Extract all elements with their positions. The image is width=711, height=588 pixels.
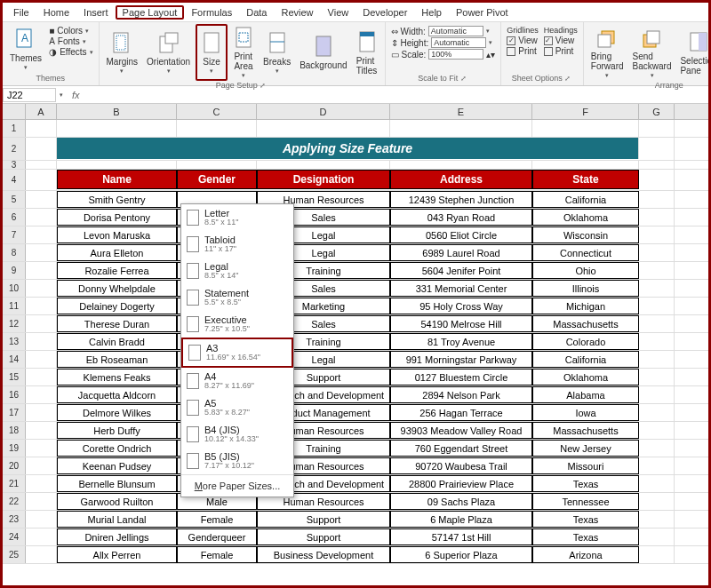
row-header[interactable]: 15 bbox=[3, 369, 26, 385]
size-option-b4-jis-[interactable]: B4 (JIS)10.12" x 14.33" bbox=[181, 421, 293, 448]
cell-name[interactable]: Delmore Wilkes bbox=[57, 404, 177, 421]
header-name[interactable]: Name bbox=[57, 170, 177, 189]
row-header[interactable]: 22 bbox=[3, 493, 26, 510]
select-all-corner[interactable] bbox=[3, 104, 26, 119]
row-header[interactable]: 21 bbox=[3, 475, 26, 492]
row-header[interactable]: 3 bbox=[3, 161, 26, 169]
cell-name[interactable]: Therese Duran bbox=[57, 315, 177, 332]
cell-state[interactable]: Iowa bbox=[532, 404, 639, 421]
cell-name[interactable]: Garwood Ruilton bbox=[57, 493, 177, 510]
size-button[interactable]: Size▾ bbox=[196, 24, 228, 81]
cell-address[interactable]: 28800 Prairieview Place bbox=[390, 475, 532, 492]
cell-address[interactable]: 331 Memorial Center bbox=[390, 280, 532, 297]
cell-name[interactable]: Aura Elleton bbox=[57, 244, 177, 261]
cell-address[interactable]: 6 Maple Plaza bbox=[390, 511, 532, 528]
menu-help[interactable]: Help bbox=[414, 5, 449, 20]
cell-address[interactable]: 760 Eggendart Street bbox=[390, 440, 532, 457]
size-option-tabloid[interactable]: Tabloid11" x 17" bbox=[181, 231, 293, 258]
cell-name[interactable]: Delainey Dogerty bbox=[57, 298, 177, 314]
size-option-a4[interactable]: A48.27" x 11.69" bbox=[181, 368, 293, 394]
row-header[interactable]: 4 bbox=[3, 170, 26, 190]
cell-name[interactable]: Bernelle Blunsum bbox=[57, 475, 177, 492]
cell-state[interactable]: Colorado bbox=[532, 333, 639, 350]
row-header[interactable]: 18 bbox=[3, 422, 26, 439]
size-option-legal[interactable]: Legal8.5" x 14" bbox=[181, 258, 293, 284]
cell-address[interactable]: 90720 Waubesa Trail bbox=[390, 457, 532, 474]
breaks-button[interactable]: Breaks▾ bbox=[260, 24, 294, 81]
row-header[interactable]: 23 bbox=[3, 511, 26, 528]
cell-address[interactable]: 6989 Laurel Road bbox=[390, 244, 532, 261]
row-header[interactable]: 25 bbox=[3, 546, 26, 563]
header-state[interactable]: State bbox=[532, 170, 639, 189]
menu-power-pivot[interactable]: Power Pivot bbox=[449, 5, 515, 20]
cell-address[interactable]: 2894 Nelson Park bbox=[390, 386, 532, 403]
menu-insert[interactable]: Insert bbox=[76, 5, 116, 20]
scale-height[interactable]: ⇕ Height: Automatic ▾ bbox=[391, 37, 496, 48]
row-header[interactable]: 13 bbox=[3, 333, 26, 350]
menu-home[interactable]: Home bbox=[36, 5, 76, 20]
cell-name[interactable]: Dorisa Pentony bbox=[57, 209, 177, 226]
col-header-g[interactable]: G bbox=[639, 104, 675, 119]
more-paper-sizes[interactable]: More Paper Sizes... bbox=[181, 474, 293, 497]
row-header[interactable]: 19 bbox=[3, 440, 26, 457]
cell-state[interactable]: Wisconsin bbox=[532, 226, 639, 243]
cell-name[interactable]: Rozalie Ferrea bbox=[57, 262, 177, 279]
cell-address[interactable]: 95 Holy Cross Way bbox=[390, 298, 532, 314]
cell-address[interactable]: 09 Sachs Plaza bbox=[390, 493, 532, 510]
name-box[interactable] bbox=[3, 88, 56, 102]
fx-icon[interactable]: fx bbox=[67, 90, 85, 100]
row-header[interactable]: 11 bbox=[3, 298, 26, 314]
row-header[interactable]: 17 bbox=[3, 404, 26, 421]
margins-button[interactable]: Margins▾ bbox=[103, 24, 142, 81]
cell-name[interactable]: Herb Duffy bbox=[57, 422, 177, 439]
cell-address[interactable]: 6 Superior Plaza bbox=[390, 546, 532, 563]
selection-pane-button[interactable]: Selection Pane bbox=[676, 24, 711, 81]
cell-name[interactable]: Calvin Bradd bbox=[57, 333, 177, 350]
header-designation[interactable]: Designation bbox=[257, 170, 390, 189]
cell-state[interactable]: Alabama bbox=[532, 386, 639, 403]
bring-forward-button[interactable]: Bring Forward▾ bbox=[587, 24, 627, 81]
cell-designation[interactable]: Business Development bbox=[257, 546, 390, 563]
col-header-c[interactable]: C bbox=[177, 104, 257, 119]
cell-gender[interactable]: Female bbox=[177, 546, 257, 563]
row-header[interactable]: 8 bbox=[3, 244, 26, 261]
menu-developer[interactable]: Developer bbox=[356, 5, 414, 20]
cell-state[interactable]: Oklahoma bbox=[532, 369, 639, 385]
cell-state[interactable]: Ohio bbox=[532, 262, 639, 279]
cell-address[interactable]: 0560 Eliot Circle bbox=[390, 226, 532, 243]
row-header[interactable]: 24 bbox=[3, 528, 26, 545]
cell-state[interactable]: Michigan bbox=[532, 298, 639, 314]
send-backward-button[interactable]: Send Backward▾ bbox=[629, 24, 675, 81]
cell-name[interactable]: Eb Roseaman bbox=[57, 351, 177, 368]
row-header[interactable]: 10 bbox=[3, 280, 26, 297]
row-header[interactable]: 20 bbox=[3, 457, 26, 474]
col-header-a[interactable]: A bbox=[26, 104, 57, 119]
cell-state[interactable]: Missouri bbox=[532, 457, 639, 474]
menu-formulas[interactable]: Formulas bbox=[184, 5, 239, 20]
cell-address[interactable]: 81 Troy Avenue bbox=[390, 333, 532, 350]
cell-address[interactable]: 12439 Stephen Junction bbox=[390, 191, 532, 208]
header-gender[interactable]: Gender bbox=[177, 170, 257, 189]
size-option-b5-jis-[interactable]: B5 (JIS)7.17" x 10.12" bbox=[181, 448, 293, 474]
menu-data[interactable]: Data bbox=[239, 5, 274, 20]
gridlines-print-checkbox[interactable]: Print bbox=[507, 46, 539, 56]
headings-print-checkbox[interactable]: Print bbox=[544, 46, 578, 56]
cell-name[interactable]: Jacquetta Aldcorn bbox=[57, 386, 177, 403]
themes-button[interactable]: A Themes▾ bbox=[6, 24, 45, 74]
cell-state[interactable]: New Jersey bbox=[532, 440, 639, 457]
cell-address[interactable]: 256 Hagan Terrace bbox=[390, 404, 532, 421]
cell-state[interactable]: Arizona bbox=[532, 546, 639, 563]
background-button[interactable]: Background bbox=[296, 24, 350, 81]
scale-pct[interactable]: ▭ Scale: 100% ▴▾ bbox=[391, 49, 496, 60]
row-header[interactable]: 2 bbox=[3, 138, 26, 160]
size-option-a5[interactable]: A55.83" x 8.27" bbox=[181, 394, 293, 421]
row-header[interactable]: 1 bbox=[3, 120, 26, 137]
cell-state[interactable]: California bbox=[532, 191, 639, 208]
cell-name[interactable]: Allx Perren bbox=[57, 546, 177, 563]
cell-address[interactable]: 043 Ryan Road bbox=[390, 209, 532, 226]
orientation-button[interactable]: Orientation▾ bbox=[143, 24, 194, 81]
print-area-button[interactable]: Print Area▾ bbox=[229, 24, 258, 81]
title-cell[interactable]: Applying Size Feature bbox=[57, 138, 639, 159]
cell-name[interactable]: Smith Gentry bbox=[57, 191, 177, 208]
cell-state[interactable]: Massachusetts bbox=[532, 422, 639, 439]
